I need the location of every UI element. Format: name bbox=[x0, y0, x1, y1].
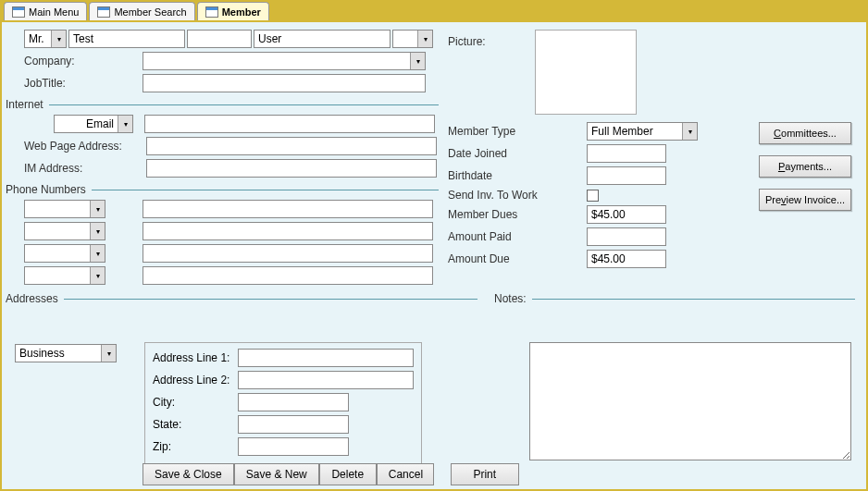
form-icon bbox=[12, 6, 25, 18]
picture-box[interactable] bbox=[535, 30, 637, 115]
title-value: Mr. bbox=[25, 32, 51, 45]
section-divider bbox=[49, 104, 439, 105]
title-dropdown[interactable]: Mr. ▾ bbox=[24, 30, 67, 48]
send-inv-checkbox[interactable] bbox=[587, 190, 599, 202]
last-name-input[interactable] bbox=[254, 30, 391, 48]
save-new-button[interactable]: Save & New bbox=[234, 463, 319, 485]
date-joined-label: Date Joined bbox=[448, 147, 587, 160]
chevron-down-icon[interactable]: ▾ bbox=[90, 245, 105, 262]
addresses-section-title: Addresses bbox=[6, 292, 58, 305]
member-dues-label: Member Dues bbox=[448, 208, 587, 221]
print-button[interactable]: Print bbox=[451, 463, 519, 485]
tab-member-search[interactable]: Member Search bbox=[89, 2, 194, 20]
zip-label: Zip: bbox=[153, 440, 238, 453]
internet-section-title: Internet bbox=[6, 98, 43, 111]
member-type-label: Member Type bbox=[448, 125, 587, 138]
im-label: IM Address: bbox=[24, 162, 146, 175]
jobtitle-input[interactable] bbox=[143, 74, 426, 92]
phone-type-dropdown[interactable]: ▾ bbox=[24, 222, 105, 240]
chevron-down-icon[interactable]: ▾ bbox=[90, 201, 105, 217]
addr-line1-input[interactable] bbox=[238, 349, 414, 367]
button-bar: Save & Close Save & New Delete Cancel Pr… bbox=[143, 463, 519, 485]
amount-paid-label: Amount Paid bbox=[448, 230, 587, 243]
picture-label: Picture: bbox=[448, 35, 486, 48]
chevron-down-icon[interactable]: ▾ bbox=[101, 345, 116, 362]
first-name-input[interactable] bbox=[68, 30, 185, 48]
address-type-value: Business bbox=[16, 347, 101, 360]
chevron-down-icon[interactable]: ▾ bbox=[90, 223, 105, 239]
member-form: Mr. ▾ ▾ Picture: Company: ▾ JobTitle: In… bbox=[0, 20, 868, 491]
chevron-down-icon[interactable]: ▾ bbox=[90, 267, 105, 284]
phone-section-title: Phone Numbers bbox=[6, 183, 86, 196]
cancel-button[interactable]: Cancel bbox=[377, 463, 434, 485]
member-type-dropdown[interactable]: Full Member ▾ bbox=[587, 122, 698, 141]
tab-label: Member Search bbox=[114, 6, 186, 18]
tab-bar: Main Menu Member Search Member bbox=[0, 0, 868, 20]
amount-paid-input[interactable] bbox=[587, 227, 666, 246]
im-input[interactable] bbox=[146, 159, 437, 178]
tab-member[interactable]: Member bbox=[197, 2, 269, 20]
email-input[interactable] bbox=[144, 115, 435, 133]
notes-textarea[interactable] bbox=[529, 342, 851, 460]
chevron-down-icon[interactable]: ▾ bbox=[410, 53, 425, 69]
middle-name-input[interactable] bbox=[187, 30, 252, 48]
phone-type-dropdown[interactable]: ▾ bbox=[24, 200, 105, 218]
send-inv-label: Send Inv. To Work bbox=[448, 189, 587, 202]
tab-label: Member bbox=[222, 6, 261, 18]
save-close-button[interactable]: Save & Close bbox=[143, 463, 234, 485]
email-type-dropdown[interactable]: Email ▾ bbox=[54, 115, 133, 133]
member-dues-input[interactable] bbox=[587, 205, 666, 224]
addr-line1-label: Address Line 1: bbox=[153, 351, 238, 364]
chevron-down-icon[interactable]: ▾ bbox=[417, 31, 432, 47]
address-panel: Address Line 1: Address Line 2: City: St… bbox=[144, 342, 422, 466]
addr-line2-label: Address Line 2: bbox=[153, 374, 238, 387]
member-type-value: Full Member bbox=[588, 125, 682, 138]
phone-input[interactable] bbox=[143, 200, 433, 218]
phone-type-dropdown[interactable]: ▾ bbox=[24, 244, 105, 263]
zip-input[interactable] bbox=[238, 437, 349, 456]
form-icon bbox=[97, 6, 110, 18]
amount-due-label: Amount Due bbox=[448, 252, 587, 265]
email-type-value: Email bbox=[55, 117, 118, 130]
chevron-down-icon[interactable]: ▾ bbox=[682, 123, 697, 140]
phone-input[interactable] bbox=[143, 222, 433, 240]
chevron-down-icon[interactable]: ▾ bbox=[51, 31, 66, 47]
addr-line2-input[interactable] bbox=[238, 371, 414, 389]
phone-type-dropdown[interactable]: ▾ bbox=[24, 266, 105, 285]
webpage-input[interactable] bbox=[146, 137, 437, 155]
tab-label: Main Menu bbox=[29, 6, 79, 18]
webpage-label: Web Page Address: bbox=[24, 140, 146, 153]
delete-button[interactable]: Delete bbox=[319, 463, 377, 485]
suffix-dropdown[interactable]: ▾ bbox=[392, 30, 433, 48]
committees-button[interactable]: Committees... bbox=[759, 122, 851, 144]
city-label: City: bbox=[153, 396, 238, 409]
section-divider bbox=[64, 299, 477, 300]
section-divider bbox=[532, 299, 855, 300]
notes-section-title: Notes: bbox=[494, 292, 527, 305]
chevron-down-icon[interactable]: ▾ bbox=[118, 116, 132, 132]
preview-invoice-button[interactable]: Preview Invoice... bbox=[759, 189, 851, 211]
birthdate-input[interactable] bbox=[587, 166, 666, 185]
address-type-dropdown[interactable]: Business ▾ bbox=[15, 344, 117, 362]
state-label: State: bbox=[153, 418, 238, 431]
section-divider bbox=[92, 190, 439, 190]
company-label: Company: bbox=[24, 55, 143, 68]
form-icon bbox=[205, 6, 218, 18]
payments-button[interactable]: Payments... bbox=[759, 155, 851, 178]
city-input[interactable] bbox=[238, 393, 349, 411]
state-input[interactable] bbox=[238, 415, 349, 434]
date-joined-input[interactable] bbox=[587, 144, 666, 163]
company-dropdown[interactable]: ▾ bbox=[143, 52, 426, 70]
phone-input[interactable] bbox=[143, 244, 433, 263]
jobtitle-label: JobTitle: bbox=[24, 77, 143, 90]
tab-main-menu[interactable]: Main Menu bbox=[4, 2, 87, 20]
birthdate-label: Birthdate bbox=[448, 169, 587, 182]
phone-input[interactable] bbox=[143, 266, 433, 285]
amount-due-input[interactable] bbox=[587, 250, 666, 268]
